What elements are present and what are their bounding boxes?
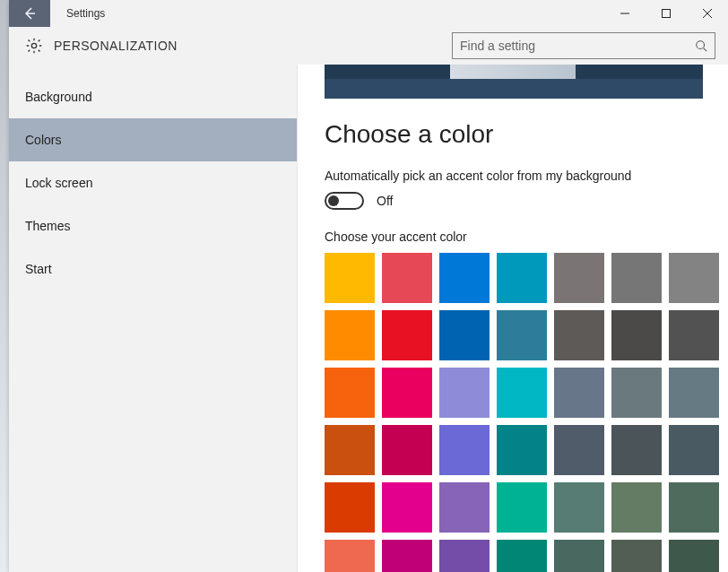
window-title: Settings xyxy=(50,7,105,20)
accent-swatch[interactable] xyxy=(382,310,432,360)
sidebar-item-background[interactable]: Background xyxy=(9,75,297,118)
accent-swatch[interactable] xyxy=(325,368,375,418)
accent-swatch[interactable] xyxy=(554,368,604,418)
accent-swatch[interactable] xyxy=(669,482,719,533)
accent-swatch[interactable] xyxy=(439,310,490,360)
auto-pick-label: Automatically pick an accent color from … xyxy=(325,169,728,183)
accent-swatch[interactable] xyxy=(325,482,375,533)
maximize-icon xyxy=(662,9,671,18)
accent-swatch[interactable] xyxy=(382,368,432,418)
page-heading: Choose a color xyxy=(325,120,728,149)
toggle-state: Off xyxy=(377,194,393,208)
gear-icon xyxy=(23,35,45,56)
accent-swatch[interactable] xyxy=(439,425,490,475)
content-area: Choose a color Automatically pick an acc… xyxy=(298,65,728,572)
accent-swatch[interactable] xyxy=(439,253,490,303)
section-title: PERSONALIZATION xyxy=(54,39,178,53)
accent-swatch[interactable] xyxy=(497,425,547,475)
accent-swatch[interactable] xyxy=(325,310,375,360)
accent-swatch[interactable] xyxy=(439,540,490,572)
accent-swatch[interactable] xyxy=(611,482,662,533)
sidebar-item-label: Lock screen xyxy=(25,176,92,190)
svg-rect-0 xyxy=(663,10,671,18)
settings-window: Settings PERSONALIZATION xyxy=(9,0,728,572)
accent-swatch[interactable] xyxy=(669,368,719,418)
sidebar-item-themes[interactable]: Themes xyxy=(9,204,297,247)
sidebar-item-label: Background xyxy=(25,90,92,104)
accent-swatch[interactable] xyxy=(611,368,662,418)
accent-swatch[interactable] xyxy=(554,425,604,475)
accent-swatch[interactable] xyxy=(325,540,375,572)
accent-swatch-grid xyxy=(325,253,728,572)
accent-swatch[interactable] xyxy=(554,482,604,533)
accent-swatch[interactable] xyxy=(611,425,662,475)
accent-swatch[interactable] xyxy=(325,425,375,475)
accent-swatch[interactable] xyxy=(669,540,719,572)
accent-swatch[interactable] xyxy=(497,310,547,360)
accent-swatch[interactable] xyxy=(382,253,432,303)
search-box[interactable] xyxy=(452,32,715,59)
svg-point-2 xyxy=(697,40,705,48)
toggle-knob xyxy=(328,195,339,206)
accent-swatch[interactable] xyxy=(669,310,719,360)
accent-swatch[interactable] xyxy=(554,310,604,360)
close-icon xyxy=(703,9,712,18)
accent-swatch[interactable] xyxy=(439,482,490,533)
accent-swatch[interactable] xyxy=(497,482,547,533)
svg-point-1 xyxy=(31,43,36,48)
accent-swatch[interactable] xyxy=(554,253,604,303)
accent-swatch[interactable] xyxy=(611,540,662,572)
accent-swatch[interactable] xyxy=(382,482,432,533)
accent-swatch[interactable] xyxy=(554,540,604,572)
auto-pick-toggle[interactable] xyxy=(325,192,364,210)
accent-swatch[interactable] xyxy=(497,540,547,572)
accent-swatch[interactable] xyxy=(611,310,662,360)
close-button[interactable] xyxy=(687,0,728,27)
sidebar-item-lock-screen[interactable]: Lock screen xyxy=(9,161,297,204)
minimize-button[interactable] xyxy=(604,0,646,27)
accent-swatch[interactable] xyxy=(669,425,719,475)
accent-swatch[interactable] xyxy=(497,253,547,303)
search-icon xyxy=(695,39,707,52)
sidebar-item-label: Start xyxy=(25,262,52,276)
accent-swatch[interactable] xyxy=(497,368,547,418)
window-controls xyxy=(604,0,728,27)
back-button[interactable] xyxy=(9,0,50,27)
sidebar-item-start[interactable]: Start xyxy=(9,247,297,290)
toggle-row: Off xyxy=(325,192,728,210)
minimize-icon xyxy=(620,9,629,18)
sidebar-item-colors[interactable]: Colors xyxy=(9,118,297,161)
body: Background Colors Lock screen Themes Sta… xyxy=(9,65,728,572)
accent-swatch[interactable] xyxy=(382,425,432,475)
preview-strip xyxy=(325,65,703,99)
sidebar-item-label: Colors xyxy=(25,133,61,147)
accent-swatch[interactable] xyxy=(382,540,432,572)
arrow-left-icon xyxy=(22,6,37,21)
search-input[interactable] xyxy=(460,39,695,53)
accent-swatch[interactable] xyxy=(669,253,719,303)
accent-swatch[interactable] xyxy=(611,253,662,303)
accent-swatch[interactable] xyxy=(325,253,375,303)
sidebar: Background Colors Lock screen Themes Sta… xyxy=(9,65,298,572)
titlebar: Settings xyxy=(9,0,728,27)
accent-color-label: Choose your accent color xyxy=(325,230,728,244)
header-row: PERSONALIZATION xyxy=(9,27,728,65)
accent-swatch[interactable] xyxy=(439,368,490,418)
maximize-button[interactable] xyxy=(646,0,687,27)
sidebar-item-label: Themes xyxy=(25,219,71,233)
